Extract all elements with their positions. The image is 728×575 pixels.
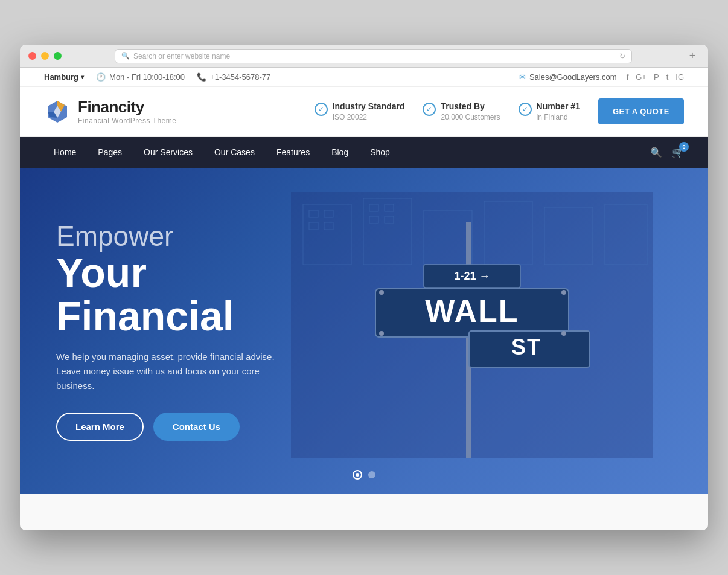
instagram-icon[interactable]: IG bbox=[675, 72, 684, 82]
nav-our-services[interactable]: Our Services bbox=[134, 137, 202, 168]
nav-home[interactable]: Home bbox=[44, 137, 86, 168]
badge-1-text: Industry Standard ISO 20022 bbox=[333, 101, 405, 122]
site-header: Financity Financial WordPress Theme ✓ In… bbox=[20, 87, 708, 137]
badge-3-text: Number #1 in Finland bbox=[537, 101, 580, 122]
nav-shop[interactable]: Shop bbox=[360, 137, 400, 168]
learn-more-button[interactable]: Learn More bbox=[56, 413, 144, 441]
google-plus-icon[interactable]: G+ bbox=[636, 72, 647, 82]
pinterest-icon[interactable]: P bbox=[654, 72, 659, 82]
svg-point-27 bbox=[561, 290, 566, 295]
hero-description: We help you managing asset, provide fina… bbox=[56, 350, 298, 393]
svg-text:1-21 →: 1-21 → bbox=[454, 270, 490, 282]
facebook-icon[interactable]: f bbox=[627, 72, 629, 82]
badge-1-subtitle: ISO 20022 bbox=[333, 113, 367, 121]
email-info: ✉ Sales@GoodLayers.com bbox=[519, 72, 617, 82]
cart-button[interactable]: 🛒 0 bbox=[672, 147, 684, 158]
hours-info: 🕐 Mon - Fri 10:00-18:00 bbox=[96, 72, 185, 82]
location-label: Hamburg bbox=[44, 72, 78, 82]
get-quote-button[interactable]: GET A QUOTE bbox=[598, 98, 684, 124]
badge-trusted-by: ✓ Trusted By 20,000 Customers bbox=[423, 101, 500, 122]
svg-point-29 bbox=[561, 331, 566, 336]
svg-text:ST: ST bbox=[511, 335, 541, 359]
top-bar-left: Hamburg ▾ 🕐 Mon - Fri 10:00-18:00 📞 +1-3… bbox=[44, 72, 270, 82]
hero-buttons: Learn More Contact Us bbox=[56, 413, 316, 441]
email-icon: ✉ bbox=[519, 72, 526, 82]
reload-icon: ↻ bbox=[619, 52, 625, 60]
social-icons: f G+ P t IG bbox=[627, 72, 684, 82]
check-icon-1: ✓ bbox=[315, 103, 328, 116]
badge-number-one: ✓ Number #1 in Finland bbox=[519, 101, 580, 122]
svg-point-26 bbox=[379, 290, 384, 295]
svg-text:WALL: WALL bbox=[425, 294, 519, 329]
address-bar[interactable]: 🔍 Search or enter website name ↻ bbox=[115, 49, 632, 63]
maximize-button[interactable] bbox=[54, 52, 62, 60]
search-icon: 🔍 bbox=[121, 52, 130, 60]
nav-our-cases[interactable]: Our Cases bbox=[205, 137, 264, 168]
hero-line2: Your Financial bbox=[56, 251, 316, 338]
check-icon-3: ✓ bbox=[519, 103, 532, 116]
badge-2-text: Trusted By 20,000 Customers bbox=[441, 101, 500, 122]
below-hero-section bbox=[20, 494, 708, 530]
navigation-bar: Home Pages Our Services Our Cases Featur… bbox=[20, 137, 708, 168]
slider-dot-1[interactable] bbox=[353, 470, 362, 480]
hero-line1: Empower bbox=[56, 221, 316, 252]
phone-info: 📞 +1-3454-5678-77 bbox=[197, 72, 270, 82]
cart-count-badge: 0 bbox=[679, 142, 689, 152]
minimize-button[interactable] bbox=[41, 52, 49, 60]
twitter-icon[interactable]: t bbox=[666, 72, 669, 82]
badge-3-title: Number #1 bbox=[537, 101, 580, 111]
badge-3-subtitle: in Finland bbox=[537, 113, 568, 121]
contact-us-button[interactable]: Contact Us bbox=[153, 413, 240, 441]
header-badges: ✓ Industry Standard ISO 20022 ✓ Trusted … bbox=[315, 98, 684, 124]
browser-titlebar: 🔍 Search or enter website name ↻ + bbox=[20, 45, 708, 68]
chevron-down-icon: ▾ bbox=[81, 74, 84, 80]
hours-text: Mon - Fri 10:00-18:00 bbox=[109, 72, 185, 82]
address-text: Search or enter website name bbox=[133, 52, 230, 60]
location-dropdown[interactable]: Hamburg ▾ bbox=[44, 72, 84, 82]
search-button[interactable]: 🔍 bbox=[650, 147, 662, 158]
nav-features[interactable]: Features bbox=[267, 137, 319, 168]
hero-content: Empower Your Financial We help you manag… bbox=[20, 221, 352, 441]
top-bar-right: ✉ Sales@GoodLayers.com f G+ P t IG bbox=[519, 72, 684, 82]
logo-icon bbox=[44, 98, 71, 125]
check-icon-2: ✓ bbox=[423, 103, 436, 116]
nav-blog[interactable]: Blog bbox=[322, 137, 358, 168]
new-tab-button[interactable]: + bbox=[685, 49, 700, 63]
logo-area: Financity Financial WordPress Theme bbox=[44, 98, 176, 125]
close-button[interactable] bbox=[28, 52, 36, 60]
badge-2-subtitle: 20,000 Customers bbox=[441, 113, 500, 121]
top-bar: Hamburg ▾ 🕐 Mon - Fri 10:00-18:00 📞 +1-3… bbox=[20, 68, 708, 87]
clock-icon: 🕐 bbox=[96, 72, 106, 82]
browser-window: 🔍 Search or enter website name ↻ + Hambu… bbox=[20, 45, 708, 530]
nav-right: 🔍 🛒 0 bbox=[650, 147, 684, 158]
slider-dots bbox=[353, 470, 375, 480]
slider-dot-2[interactable] bbox=[368, 471, 375, 478]
nav-pages[interactable]: Pages bbox=[88, 137, 132, 168]
svg-point-28 bbox=[379, 331, 384, 336]
badge-2-title: Trusted By bbox=[441, 101, 500, 111]
nav-links: Home Pages Our Services Our Cases Featur… bbox=[44, 137, 400, 168]
badge-industry-standard: ✓ Industry Standard ISO 20022 bbox=[315, 101, 405, 122]
phone-text: +1-3454-5678-77 bbox=[210, 72, 270, 82]
badge-1-title: Industry Standard bbox=[333, 101, 405, 111]
brand-tagline: Financial WordPress Theme bbox=[78, 117, 176, 125]
email-text: Sales@GoodLayers.com bbox=[529, 72, 617, 82]
phone-icon: 📞 bbox=[197, 72, 206, 82]
brand-name: Financity bbox=[78, 98, 176, 117]
hero-section: WALL ST 1-21 → Empower Your Financial We… bbox=[20, 168, 708, 494]
logo-text: Financity Financial WordPress Theme bbox=[78, 98, 176, 125]
